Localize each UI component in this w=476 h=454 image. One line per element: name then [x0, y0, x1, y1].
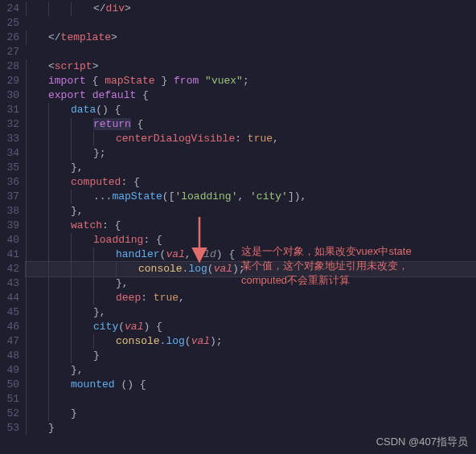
line-number: 43 — [3, 276, 19, 291]
code-line[interactable] — [26, 392, 476, 407]
line-number: 33 — [3, 132, 19, 146]
line-number: 26 — [3, 31, 19, 45]
code-line[interactable]: }; — [26, 146, 476, 161]
line-number: 45 — [3, 305, 19, 320]
line-number: 31 — [3, 103, 19, 117]
line-number: 35 — [3, 161, 19, 175]
code-line[interactable]: handler(val, old) { — [26, 247, 476, 262]
code-line[interactable] — [26, 16, 476, 31]
code-line[interactable]: deep: true, — [26, 291, 476, 305]
code-line[interactable]: mounted () { — [26, 378, 476, 392]
code-line[interactable]: }, — [26, 276, 476, 291]
code-line[interactable]: } — [26, 349, 476, 363]
line-number-gutter: 2425262728293031323334353637383940414243… — [0, 0, 26, 454]
line-number: 32 — [3, 117, 19, 132]
line-number: 46 — [3, 320, 19, 334]
line-number: 47 — [3, 334, 19, 349]
code-line[interactable]: import { mapState } from "vuex"; — [26, 74, 476, 88]
code-line[interactable]: } — [26, 407, 476, 421]
code-line[interactable]: return { — [26, 117, 476, 132]
code-line[interactable]: </template> — [26, 31, 476, 45]
code-line[interactable]: centerDialogVisible: true, — [26, 132, 476, 146]
line-number: 38 — [3, 204, 19, 219]
code-line[interactable]: export default { — [26, 88, 476, 103]
line-number: 28 — [3, 59, 19, 74]
code-line[interactable]: }, — [26, 204, 476, 219]
line-number: 24 — [3, 2, 19, 16]
code-line[interactable]: }, — [26, 363, 476, 378]
code-line[interactable]: ...mapState(['loadding', 'city']), — [26, 190, 476, 204]
code-line[interactable]: }, — [26, 305, 476, 320]
line-number: 36 — [3, 175, 19, 190]
line-number: 39 — [3, 219, 19, 233]
line-number: 27 — [3, 45, 19, 59]
code-line[interactable]: data() { — [26, 103, 476, 117]
line-number: 51 — [3, 392, 19, 407]
code-line[interactable]: <script> — [26, 59, 476, 74]
code-line[interactable] — [26, 45, 476, 59]
code-area[interactable]: </div></template><script>import { mapSta… — [26, 0, 476, 454]
line-number: 41 — [3, 247, 19, 262]
line-number: 25 — [3, 16, 19, 31]
line-number: 49 — [3, 363, 19, 378]
code-line[interactable]: </div> — [26, 2, 476, 16]
line-number: 37 — [3, 190, 19, 204]
line-number: 50 — [3, 378, 19, 392]
line-number: 40 — [3, 233, 19, 247]
code-line[interactable]: } — [26, 421, 476, 436]
code-line[interactable]: watch: { — [26, 219, 476, 233]
line-number: 42 — [3, 262, 19, 276]
watermark: CSDN @407指导员 — [376, 435, 468, 449]
line-number: 44 — [3, 291, 19, 305]
line-number: 53 — [3, 421, 19, 436]
line-number: 30 — [3, 88, 19, 103]
code-editor[interactable]: 2425262728293031323334353637383940414243… — [0, 0, 476, 454]
line-number: 52 — [3, 407, 19, 421]
code-line[interactable]: loadding: { — [26, 233, 476, 247]
line-number: 29 — [3, 74, 19, 88]
line-number: 48 — [3, 349, 19, 363]
line-number: 34 — [3, 146, 19, 161]
code-line[interactable]: }, — [26, 161, 476, 175]
code-line[interactable]: city(val) { — [26, 320, 476, 334]
code-line[interactable]: console.log(val); — [26, 334, 476, 349]
code-line[interactable]: console.log(val); — [26, 262, 476, 276]
code-line[interactable]: computed: { — [26, 175, 476, 190]
